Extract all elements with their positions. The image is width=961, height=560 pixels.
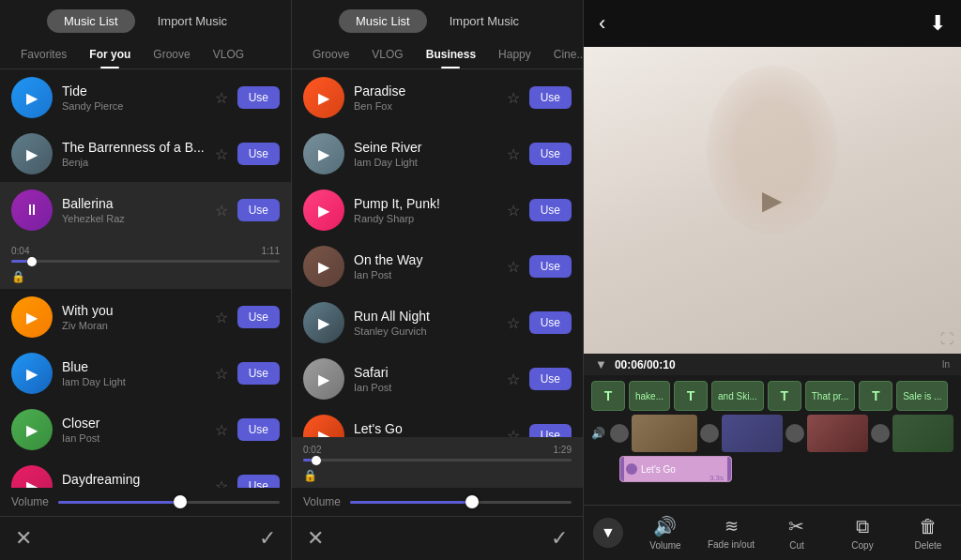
text-clip[interactable]: and Ski... [711,381,764,411]
use-button[interactable]: Use [529,424,572,437]
tool-copy[interactable]: ⧉ Copy [839,516,886,551]
tab-import-music-1[interactable]: Import Music [141,9,244,33]
cat-favorites[interactable]: Favorites [9,40,78,68]
tab-music-list-1[interactable]: Music List [47,9,135,33]
list-item[interactable]: ▶ Run All Night Stanley Gurvich ☆ Use [292,295,583,351]
use-button[interactable]: Use [237,143,280,165]
cat-cinema[interactable]: Cine... [542,40,583,68]
cut-tool-label: Cut [789,540,804,551]
close-button[interactable]: ✕ [307,526,324,551]
music-actions: ☆ Use [507,199,572,221]
tab-import-music-2[interactable]: Import Music [433,9,536,33]
panel2-progress-section: 0:02 1:29 🔒 [292,437,583,488]
favorite-icon[interactable]: ☆ [215,202,228,219]
list-item[interactable]: ▶ On the Way Ian Post ☆ Use [292,238,583,295]
use-button[interactable]: Use [237,86,280,109]
list-item[interactable]: ▶ Let's Go ORKAS ☆ Use [292,407,583,437]
list-item[interactable]: ▶ Closer Ian Post ☆ Use [0,401,291,458]
list-item[interactable]: ▶ Pump It, Punk! Randy Sharp ☆ Use [292,182,583,238]
favorite-icon[interactable]: ☆ [215,365,228,383]
preview-play-button[interactable]: ▶ [762,185,783,216]
text-clip[interactable]: T [674,381,708,411]
fade-tool-label: Fade in/out [708,539,755,550]
cat-vlog[interactable]: VLOG [202,40,255,68]
confirm-button[interactable]: ✓ [259,526,276,551]
video-clip[interactable] [632,415,697,452]
use-button[interactable]: Use [529,199,572,221]
use-button[interactable]: Use [237,475,280,488]
volume-slider[interactable] [58,501,280,504]
cat-groove-2[interactable]: Groove [301,40,360,68]
list-item[interactable]: ▶ Seine River Iam Day Light ☆ Use [292,126,583,182]
cat-happy[interactable]: Happy [487,40,542,68]
favorite-icon[interactable]: ☆ [507,89,520,107]
cat-for-you[interactable]: For you [78,40,142,68]
list-item[interactable]: ▶ Safari Ian Post ☆ Use [292,351,583,407]
music-artist: Ian Post [62,432,206,444]
audio-clip-letsgo[interactable]: Let's Go 3.3s [619,456,732,482]
use-button[interactable]: Use [529,143,572,165]
use-button[interactable]: Use [529,86,572,109]
use-button[interactable]: Use [529,311,572,334]
use-button[interactable]: Use [529,255,572,278]
tool-volume[interactable]: 🔊 Volume [642,515,689,551]
favorite-icon[interactable]: ☆ [215,309,228,326]
close-button[interactable]: ✕ [15,526,32,551]
favorite-icon[interactable]: ☆ [507,314,520,332]
list-item[interactable]: ▶ Tide Sandy Pierce ☆ Use [0,69,291,126]
music-info-pump: Pump It, Punk! Randy Sharp [344,196,507,224]
tool-fade[interactable]: ≋ Fade in/out [708,516,755,550]
favorite-icon[interactable]: ☆ [507,258,520,276]
progress-bar[interactable] [303,459,572,462]
video-clip[interactable] [892,415,953,452]
favorite-icon[interactable]: ☆ [215,477,228,489]
favorite-icon[interactable]: ☆ [215,421,228,439]
download-button[interactable]: ⬇ [929,11,946,36]
text-clip[interactable]: T [859,381,892,411]
video-clip[interactable] [807,415,868,452]
expand-icon[interactable]: ⛶ [940,331,953,346]
list-item[interactable]: ▶ The Barrenness of a B... Benja ☆ Use [0,126,291,182]
list-item[interactable]: ▶ Paradise Ben Fox ☆ Use [292,69,583,126]
use-button[interactable]: Use [529,368,572,390]
back-button[interactable]: ‹ [599,11,605,36]
volume-tool-label: Volume [649,540,680,551]
favorite-icon[interactable]: ☆ [507,202,520,219]
favorite-icon[interactable]: ☆ [507,371,520,388]
music-artist: Iam Day Light [62,376,206,387]
list-item[interactable]: ▶ Blue Iam Day Light ☆ Use [0,345,291,401]
use-button[interactable]: Use [237,306,280,328]
music-actions: ☆ Use [215,418,280,441]
cat-groove[interactable]: Groove [142,40,201,68]
tool-cut[interactable]: ✂ Cut [773,515,820,551]
use-button[interactable]: Use [237,418,280,441]
tool-delete[interactable]: 🗑 Delete [905,516,952,551]
confirm-button[interactable]: ✓ [551,526,568,551]
text-clip[interactable]: Sale is ... [896,381,948,411]
text-clip[interactable]: That pr... [805,381,855,411]
expand-button[interactable]: ▼ [593,518,623,548]
audio-clip-handle-right [727,457,731,481]
music-actions: ☆ Use [507,424,572,437]
list-item[interactable]: ▶ With you Ziv Moran ☆ Use [0,289,291,345]
panel1-music-list: ▶ Tide Sandy Pierce ☆ Use ▶ The Barrenne… [0,69,291,488]
use-button[interactable]: Use [237,362,280,385]
tab-music-list-2[interactable]: Music List [339,9,427,33]
timeline-area: ▼ 00:06/00:10 In T hake... T and Ski... … [584,354,961,560]
favorite-icon[interactable]: ☆ [215,145,228,163]
favorite-icon[interactable]: ☆ [215,89,228,107]
favorite-icon[interactable]: ☆ [507,427,520,438]
use-button[interactable]: Use [237,199,280,221]
list-item[interactable]: ▶ Daydreaming Gil Nagel ☆ Use [0,458,291,488]
favorite-icon[interactable]: ☆ [507,145,520,163]
text-clip[interactable]: T [768,381,801,411]
text-clip[interactable]: hake... [629,381,670,411]
video-clip[interactable] [722,415,783,452]
cat-vlog-2[interactable]: VLOG [360,40,414,68]
list-item[interactable]: ⏸ Ballerina Yehezkel Raz ☆ Use [0,182,291,238]
text-clip[interactable]: T [591,381,625,411]
expand-timeline-button[interactable]: ▼ [595,357,607,371]
cat-business[interactable]: Business [415,40,487,68]
volume-slider[interactable] [350,501,572,504]
progress-bar[interactable] [11,260,280,263]
